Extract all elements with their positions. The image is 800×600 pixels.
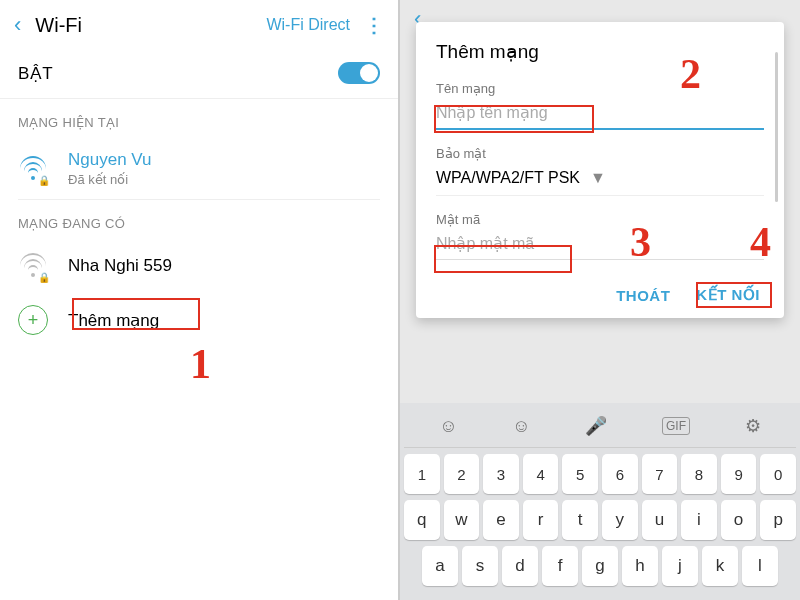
key-i[interactable]: i bbox=[681, 500, 717, 540]
section-available-label: MẠNG ĐANG CÓ bbox=[0, 200, 398, 239]
add-network-screen: ‹ Thêm mạng Tên mạng Bảo mật WPA/WPA2/FT… bbox=[400, 0, 800, 600]
key-7[interactable]: 7 bbox=[642, 454, 678, 494]
keyboard-toolbar: ☺ ☺ 🎤 GIF ⚙ bbox=[404, 409, 796, 448]
wifi-toggle-row: BẬT bbox=[0, 48, 398, 99]
keyboard: ☺ ☺ 🎤 GIF ⚙ 1234567890 qwertyuiop asdfgh… bbox=[400, 403, 800, 600]
settings-icon[interactable]: ⚙ bbox=[745, 415, 761, 437]
wifi-signal-icon: 🔒 bbox=[18, 251, 48, 281]
key-t[interactable]: t bbox=[562, 500, 598, 540]
more-icon[interactable]: ⋮ bbox=[364, 13, 384, 37]
lock-icon: 🔒 bbox=[38, 175, 50, 186]
key-e[interactable]: e bbox=[483, 500, 519, 540]
key-a[interactable]: a bbox=[422, 546, 458, 586]
dialog-title: Thêm mạng bbox=[436, 40, 764, 63]
back-icon[interactable]: ‹ bbox=[14, 12, 21, 38]
network-name-label: Tên mạng bbox=[436, 81, 764, 96]
key-k[interactable]: k bbox=[702, 546, 738, 586]
key-6[interactable]: 6 bbox=[602, 454, 638, 494]
key-8[interactable]: 8 bbox=[681, 454, 717, 494]
available-network-row[interactable]: 🔒 Nha Nghi 559 bbox=[0, 239, 398, 293]
password-field: Mật mã bbox=[436, 212, 764, 260]
security-dropdown[interactable]: WPA/WPA2/FT PSK ▼ bbox=[436, 165, 764, 196]
key-f[interactable]: f bbox=[542, 546, 578, 586]
plus-icon: + bbox=[18, 305, 48, 335]
key-5[interactable]: 5 bbox=[562, 454, 598, 494]
scrollbar[interactable] bbox=[775, 52, 778, 202]
lock-icon: 🔒 bbox=[38, 272, 50, 283]
current-network-name: Nguyen Vu bbox=[68, 150, 151, 170]
dialog-actions: THOÁT KẾT NỐI bbox=[436, 276, 764, 308]
wifi-toggle[interactable] bbox=[338, 62, 380, 84]
key-1[interactable]: 1 bbox=[404, 454, 440, 494]
key-9[interactable]: 9 bbox=[721, 454, 757, 494]
keyboard-row-2: asdfghjkl bbox=[404, 546, 796, 586]
wifi-settings-screen: ‹ Wi-Fi Wi-Fi Direct ⋮ BẬT MẠNG HIỆN TẠI… bbox=[0, 0, 400, 600]
key-p[interactable]: p bbox=[760, 500, 796, 540]
key-2[interactable]: 2 bbox=[444, 454, 480, 494]
available-network-name: Nha Nghi 559 bbox=[68, 256, 172, 276]
key-4[interactable]: 4 bbox=[523, 454, 559, 494]
emoji-icon[interactable]: ☺ bbox=[439, 416, 457, 437]
page-title: Wi-Fi bbox=[35, 14, 266, 37]
key-3[interactable]: 3 bbox=[483, 454, 519, 494]
key-d[interactable]: d bbox=[502, 546, 538, 586]
wifi-toggle-label: BẬT bbox=[18, 63, 53, 84]
security-label: Bảo mật bbox=[436, 146, 764, 161]
wifi-direct-link[interactable]: Wi-Fi Direct bbox=[266, 16, 350, 34]
chevron-down-icon: ▼ bbox=[590, 169, 606, 187]
key-u[interactable]: u bbox=[642, 500, 678, 540]
add-network-row[interactable]: + Thêm mạng bbox=[0, 293, 398, 347]
key-y[interactable]: y bbox=[602, 500, 638, 540]
annotation-1: 1 bbox=[190, 340, 211, 388]
key-o[interactable]: o bbox=[721, 500, 757, 540]
key-l[interactable]: l bbox=[742, 546, 778, 586]
current-network-status: Đã kết nối bbox=[68, 172, 151, 187]
password-input[interactable] bbox=[436, 231, 764, 260]
wifi-signal-icon: 🔒 bbox=[18, 154, 48, 184]
annotation-3: 3 bbox=[630, 218, 651, 266]
security-value: WPA/WPA2/FT PSK bbox=[436, 169, 580, 187]
key-r[interactable]: r bbox=[523, 500, 559, 540]
mic-icon[interactable]: 🎤 bbox=[585, 415, 607, 437]
security-field: Bảo mật WPA/WPA2/FT PSK ▼ bbox=[436, 146, 764, 196]
key-w[interactable]: w bbox=[444, 500, 480, 540]
key-g[interactable]: g bbox=[582, 546, 618, 586]
password-label: Mật mã bbox=[436, 212, 764, 227]
connect-button[interactable]: KẾT NỐI bbox=[696, 286, 760, 304]
gif-icon[interactable]: GIF bbox=[662, 417, 690, 435]
network-name-input[interactable] bbox=[436, 100, 764, 130]
keyboard-row-1: qwertyuiop bbox=[404, 500, 796, 540]
section-current-label: MẠNG HIỆN TẠI bbox=[0, 99, 398, 138]
cancel-button[interactable]: THOÁT bbox=[616, 286, 670, 304]
key-h[interactable]: h bbox=[622, 546, 658, 586]
key-0[interactable]: 0 bbox=[760, 454, 796, 494]
network-name-field: Tên mạng bbox=[436, 81, 764, 130]
key-s[interactable]: s bbox=[462, 546, 498, 586]
key-j[interactable]: j bbox=[662, 546, 698, 586]
current-network-row[interactable]: 🔒 Nguyen Vu Đã kết nối bbox=[0, 138, 398, 199]
add-network-label: Thêm mạng bbox=[68, 310, 159, 331]
add-network-dialog: Thêm mạng Tên mạng Bảo mật WPA/WPA2/FT P… bbox=[416, 22, 784, 318]
header: ‹ Wi-Fi Wi-Fi Direct ⋮ bbox=[0, 0, 398, 48]
annotation-2: 2 bbox=[680, 50, 701, 98]
sticker-icon[interactable]: ☺ bbox=[512, 416, 530, 437]
annotation-4: 4 bbox=[750, 218, 771, 266]
keyboard-row-numbers: 1234567890 bbox=[404, 454, 796, 494]
key-q[interactable]: q bbox=[404, 500, 440, 540]
